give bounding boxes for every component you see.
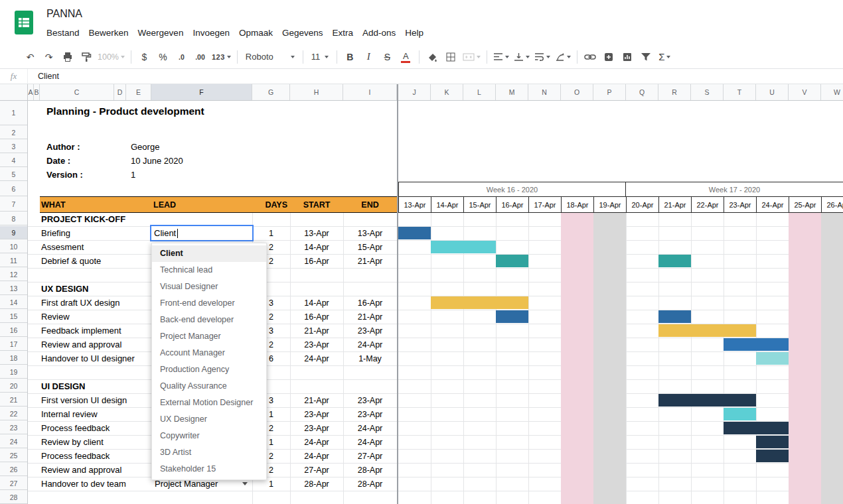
col-header-U[interactable]: U [756,84,789,100]
cell-what-r26[interactable]: Review and approval [41,463,121,477]
cell-what-r20[interactable]: UI DESIGN [41,379,85,393]
merge-cells-button[interactable] [461,48,483,66]
sheet-grid[interactable]: Week 16 - 2020Week 17 - 202013-Apr14-Apr… [28,101,843,504]
cell-start-r22[interactable]: 23-Apr [290,407,343,421]
row-header-20[interactable]: 20 [0,379,27,393]
row-header-9[interactable]: 9 [0,226,27,239]
cell-what-r22[interactable]: Internal review [41,407,98,421]
row-header-23[interactable]: 23 [0,421,27,434]
cell-start-r9[interactable]: 13-Apr [290,226,343,240]
meta-value-2[interactable]: 1 [131,168,135,182]
row-header-14[interactable]: 14 [0,296,27,309]
row-header-28[interactable]: 28 [0,491,27,504]
row-header-15[interactable]: 15 [0,310,27,323]
col-header-D[interactable]: D [114,84,126,100]
dropdown-item-technical-lead[interactable]: Technical lead [152,262,266,279]
cell-start-r10[interactable]: 14-Apr [290,240,343,254]
cell-what-r9[interactable]: Briefing [41,226,70,240]
cell-start-r23[interactable]: 23-Apr [290,421,343,435]
cell-end-r23[interactable]: 24-Apr [343,421,397,435]
date-header-15-apr[interactable]: 15-Apr [463,196,497,213]
col-header-B[interactable]: B [34,84,40,100]
cell-start-r21[interactable]: 21-Apr [290,393,343,407]
strikethrough-button[interactable]: S [378,48,396,66]
decrease-decimal-button[interactable]: .0 [173,48,191,66]
active-cell-editor[interactable]: Client [150,225,254,241]
insert-link-button[interactable] [581,48,599,66]
col-header-I[interactable]: I [343,84,397,100]
row-header-27[interactable]: 27 [0,477,27,490]
italic-button[interactable]: I [360,48,378,66]
dropdown-item-visual-designer[interactable]: Visual Designer [152,279,266,295]
document-title[interactable]: PANNA [46,8,82,20]
menu-invoegen[interactable]: Invoegen [188,26,234,40]
date-header-23-apr[interactable]: 23-Apr [724,196,757,213]
col-header-R[interactable]: R [658,84,691,100]
more-formats-button[interactable]: 123 [210,48,233,66]
dropdown-item-production-agency[interactable]: Production Agency [152,361,266,378]
row-header-26[interactable]: 26 [0,463,27,476]
col-header-T[interactable]: T [724,84,756,100]
col-header-H[interactable]: H [290,84,343,100]
col-header-S[interactable]: S [691,84,724,100]
row-header-17[interactable]: 17 [0,338,27,351]
cell-start-r18[interactable]: 24-Apr [290,351,343,365]
cell-start-r14[interactable]: 14-Apr [290,296,343,310]
date-header-19-apr[interactable]: 19-Apr [593,196,627,213]
col-header-J[interactable]: J [398,84,431,100]
cell-end-r14[interactable]: 16-Apr [343,296,397,310]
undo-button[interactable]: ↶ [21,48,39,66]
row-header-22[interactable]: 22 [0,407,27,420]
text-rotation-button[interactable] [553,48,573,66]
cell-what-r21[interactable]: First version UI design [41,393,127,407]
text-wrap-button[interactable] [532,48,552,66]
row-header-24[interactable]: 24 [0,435,27,448]
format-percent-button[interactable]: % [154,48,172,66]
text-color-button[interactable]: A [397,48,415,66]
row-header-25[interactable]: 25 [0,449,27,462]
cell-start-r17[interactable]: 23-Apr [290,338,343,351]
zoom-select[interactable]: 100% [96,48,127,66]
row-header-7[interactable]: 7 [0,197,27,212]
row-header-16[interactable]: 16 [0,324,27,337]
dropdown-item-project-manager[interactable]: Project Manager [152,328,266,345]
cell-end-r25[interactable]: 27-Apr [343,449,397,463]
cell-what-r23[interactable]: Process feedback [41,421,110,435]
date-header-16-apr[interactable]: 16-Apr [496,196,529,213]
date-header-25-apr[interactable]: 25-Apr [789,196,822,213]
cell-days-r9[interactable]: 1 [252,226,290,240]
cell-what-r25[interactable]: Process feedback [41,449,110,463]
date-header-22-apr[interactable]: 22-Apr [691,196,724,213]
row-header-10[interactable]: 10 [0,240,27,253]
col-header-Q[interactable]: Q [626,84,658,100]
date-header-14-apr[interactable]: 14-Apr [431,196,464,213]
row-header-4[interactable]: 4 [0,154,27,167]
col-header-G[interactable]: G [252,84,290,100]
create-filter-button[interactable] [637,48,655,66]
cell-end-r16[interactable]: 23-Apr [343,324,397,338]
dropdown-item-client[interactable]: Client [152,245,266,262]
paint-format-button[interactable] [77,48,95,66]
menu-extra[interactable]: Extra [328,26,358,40]
cell-end-r18[interactable]: 1-May [343,351,397,365]
date-header-26-apr[interactable]: 26-Apr [821,196,843,213]
cell-what-r17[interactable]: Review and approval [41,338,121,351]
cell-end-r21[interactable]: 23-Apr [343,393,397,407]
dropdown-item-account-manager[interactable]: Account Manager [152,345,266,361]
col-header-P[interactable]: P [593,84,626,100]
horizontal-align-button[interactable] [491,48,511,66]
insert-comment-button[interactable] [600,48,618,66]
col-header-M[interactable]: M [496,84,528,100]
cell-end-r27[interactable]: 28-Apr [343,477,397,491]
date-header-13-apr[interactable]: 13-Apr [398,196,431,213]
col-header-K[interactable]: K [431,84,463,100]
col-header-N[interactable]: N [528,84,561,100]
date-header-18-apr[interactable]: 18-Apr [561,196,594,213]
functions-button[interactable]: Σ [656,48,674,66]
row-header-19[interactable]: 19 [0,365,27,379]
meta-value-1[interactable]: 10 June 2020 [131,154,183,168]
row-header-18[interactable]: 18 [0,351,27,365]
col-header-E[interactable]: E [126,84,151,100]
redo-button[interactable]: ↷ [40,48,58,66]
col-header-F[interactable]: F [151,84,252,100]
